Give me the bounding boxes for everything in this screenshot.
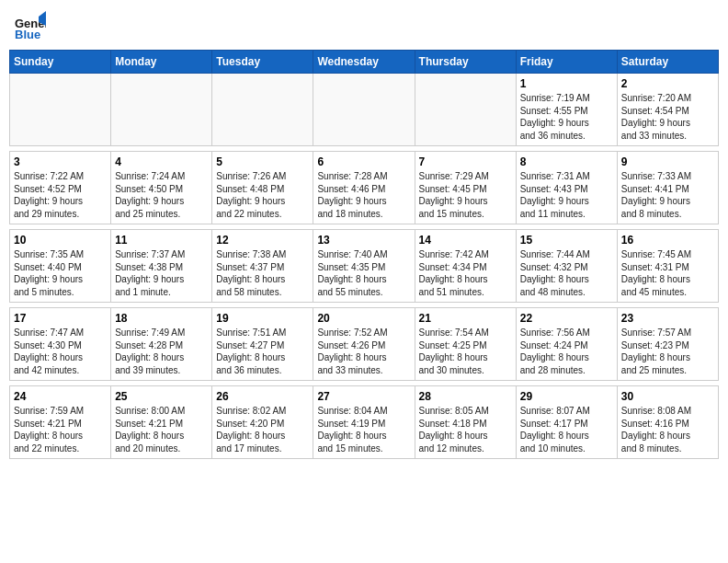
day-info: Sunrise: 8:08 AMSunset: 4:16 PMDaylight:… [621, 405, 714, 454]
day-cell [10, 74, 111, 146]
day-cell: 6Sunrise: 7:28 AMSunset: 4:46 PMDaylight… [313, 152, 415, 224]
day-number: 18 [115, 312, 208, 325]
week-row-3: 10Sunrise: 7:35 AMSunset: 4:40 PMDayligh… [10, 230, 719, 303]
day-number: 30 [621, 390, 714, 403]
day-info: Sunrise: 7:33 AMSunset: 4:41 PMDaylight:… [621, 170, 714, 220]
day-cell: 20Sunrise: 7:52 AMSunset: 4:26 PMDayligh… [313, 308, 415, 381]
day-cell: 27Sunrise: 8:04 AMSunset: 4:19 PMDayligh… [313, 386, 415, 459]
weekday-header-wednesday: Wednesday [313, 51, 415, 74]
weekday-header-saturday: Saturday [617, 51, 718, 74]
day-info: Sunrise: 7:31 AMSunset: 4:43 PMDaylight:… [520, 170, 613, 220]
day-number: 25 [115, 390, 208, 403]
day-cell: 30Sunrise: 8:08 AMSunset: 4:16 PMDayligh… [617, 386, 718, 459]
day-number: 29 [520, 390, 613, 403]
day-cell: 5Sunrise: 7:26 AMSunset: 4:48 PMDaylight… [212, 152, 313, 224]
day-info: Sunrise: 7:22 AMSunset: 4:52 PMDaylight:… [14, 170, 107, 220]
day-cell: 8Sunrise: 7:31 AMSunset: 4:43 PMDaylight… [516, 152, 617, 224]
calendar-table: SundayMondayTuesdayWednesdayThursdayFrid… [9, 50, 719, 459]
day-cell: 16Sunrise: 7:45 AMSunset: 4:31 PMDayligh… [617, 230, 718, 303]
day-info: Sunrise: 7:47 AMSunset: 4:30 PMDaylight:… [14, 327, 107, 376]
day-info: Sunrise: 7:56 AMSunset: 4:24 PMDaylight:… [520, 327, 613, 376]
day-cell: 7Sunrise: 7:29 AMSunset: 4:45 PMDaylight… [415, 152, 516, 224]
day-number: 27 [317, 390, 410, 403]
day-cell: 24Sunrise: 7:59 AMSunset: 4:21 PMDayligh… [10, 386, 111, 459]
day-number: 15 [520, 234, 613, 247]
day-info: Sunrise: 7:42 AMSunset: 4:34 PMDaylight:… [419, 248, 512, 298]
day-number: 16 [621, 234, 714, 247]
day-info: Sunrise: 7:49 AMSunset: 4:28 PMDaylight:… [115, 327, 208, 376]
day-cell: 12Sunrise: 7:38 AMSunset: 4:37 PMDayligh… [212, 230, 313, 303]
day-cell: 3Sunrise: 7:22 AMSunset: 4:52 PMDaylight… [10, 152, 111, 224]
day-cell: 1Sunrise: 7:19 AMSunset: 4:55 PMDaylight… [516, 74, 617, 146]
day-cell: 23Sunrise: 7:57 AMSunset: 4:23 PMDayligh… [617, 308, 718, 381]
day-number: 7 [419, 155, 512, 168]
day-info: Sunrise: 7:28 AMSunset: 4:46 PMDaylight:… [317, 170, 410, 220]
weekday-header-friday: Friday [516, 51, 617, 74]
day-number: 4 [115, 155, 208, 168]
day-cell: 21Sunrise: 7:54 AMSunset: 4:25 PMDayligh… [415, 308, 516, 381]
day-cell: 28Sunrise: 8:05 AMSunset: 4:18 PMDayligh… [415, 386, 516, 459]
day-info: Sunrise: 7:19 AMSunset: 4:55 PMDaylight:… [520, 92, 613, 142]
day-cell: 26Sunrise: 8:02 AMSunset: 4:20 PMDayligh… [212, 386, 313, 459]
day-cell: 29Sunrise: 8:07 AMSunset: 4:17 PMDayligh… [516, 386, 617, 459]
day-number: 23 [621, 312, 714, 325]
day-info: Sunrise: 7:44 AMSunset: 4:32 PMDaylight:… [520, 248, 613, 298]
day-info: Sunrise: 7:52 AMSunset: 4:26 PMDaylight:… [317, 327, 410, 376]
day-cell: 22Sunrise: 7:56 AMSunset: 4:24 PMDayligh… [516, 308, 617, 381]
day-info: Sunrise: 7:54 AMSunset: 4:25 PMDaylight:… [419, 327, 512, 376]
day-info: Sunrise: 8:04 AMSunset: 4:19 PMDaylight:… [317, 405, 410, 454]
day-number: 10 [14, 234, 107, 247]
day-number: 26 [216, 390, 309, 403]
day-cell [313, 74, 415, 146]
page-header: General Blue [9, 9, 719, 42]
day-number: 21 [419, 312, 512, 325]
week-row-2: 3Sunrise: 7:22 AMSunset: 4:52 PMDaylight… [10, 152, 719, 224]
day-number: 5 [216, 155, 309, 168]
day-info: Sunrise: 7:24 AMSunset: 4:50 PMDaylight:… [115, 170, 208, 220]
day-cell: 14Sunrise: 7:42 AMSunset: 4:34 PMDayligh… [415, 230, 516, 303]
logo-icon: General Blue [13, 9, 46, 42]
weekday-header-thursday: Thursday [415, 51, 516, 74]
day-info: Sunrise: 7:38 AMSunset: 4:37 PMDaylight:… [216, 248, 309, 298]
day-number: 6 [317, 155, 410, 168]
day-cell: 10Sunrise: 7:35 AMSunset: 4:40 PMDayligh… [10, 230, 111, 303]
day-info: Sunrise: 7:29 AMSunset: 4:45 PMDaylight:… [419, 170, 512, 220]
day-info: Sunrise: 7:59 AMSunset: 4:21 PMDaylight:… [14, 405, 107, 454]
weekday-header-tuesday: Tuesday [212, 51, 313, 74]
day-number: 14 [419, 234, 512, 247]
week-row-5: 24Sunrise: 7:59 AMSunset: 4:21 PMDayligh… [10, 386, 719, 459]
day-cell: 13Sunrise: 7:40 AMSunset: 4:35 PMDayligh… [313, 230, 415, 303]
day-info: Sunrise: 7:20 AMSunset: 4:54 PMDaylight:… [621, 92, 714, 142]
day-cell: 15Sunrise: 7:44 AMSunset: 4:32 PMDayligh… [516, 230, 617, 303]
day-number: 1 [520, 77, 613, 90]
day-number: 13 [317, 234, 410, 247]
week-row-1: 1Sunrise: 7:19 AMSunset: 4:55 PMDaylight… [10, 74, 719, 146]
day-cell: 9Sunrise: 7:33 AMSunset: 4:41 PMDaylight… [617, 152, 718, 224]
day-cell: 4Sunrise: 7:24 AMSunset: 4:50 PMDaylight… [111, 152, 212, 224]
day-info: Sunrise: 8:02 AMSunset: 4:20 PMDaylight:… [216, 405, 309, 454]
day-cell: 18Sunrise: 7:49 AMSunset: 4:28 PMDayligh… [111, 308, 212, 381]
day-info: Sunrise: 7:26 AMSunset: 4:48 PMDaylight:… [216, 170, 309, 220]
day-number: 8 [520, 155, 613, 168]
weekday-header-sunday: Sunday [10, 51, 111, 74]
day-number: 24 [14, 390, 107, 403]
day-info: Sunrise: 7:45 AMSunset: 4:31 PMDaylight:… [621, 248, 714, 298]
weekday-header-monday: Monday [111, 51, 212, 74]
weekday-header-row: SundayMondayTuesdayWednesdayThursdayFrid… [10, 51, 719, 74]
day-info: Sunrise: 7:37 AMSunset: 4:38 PMDaylight:… [115, 248, 208, 298]
day-number: 20 [317, 312, 410, 325]
svg-text:Blue: Blue [15, 28, 40, 41]
day-cell: 19Sunrise: 7:51 AMSunset: 4:27 PMDayligh… [212, 308, 313, 381]
day-cell: 17Sunrise: 7:47 AMSunset: 4:30 PMDayligh… [10, 308, 111, 381]
day-cell [415, 74, 516, 146]
day-info: Sunrise: 7:35 AMSunset: 4:40 PMDaylight:… [14, 248, 107, 298]
day-info: Sunrise: 8:07 AMSunset: 4:17 PMDaylight:… [520, 405, 613, 454]
day-info: Sunrise: 8:05 AMSunset: 4:18 PMDaylight:… [419, 405, 512, 454]
week-row-4: 17Sunrise: 7:47 AMSunset: 4:30 PMDayligh… [10, 308, 719, 381]
day-info: Sunrise: 8:00 AMSunset: 4:21 PMDaylight:… [115, 405, 208, 454]
day-number: 11 [115, 234, 208, 247]
day-cell [212, 74, 313, 146]
day-number: 12 [216, 234, 309, 247]
day-cell: 11Sunrise: 7:37 AMSunset: 4:38 PMDayligh… [111, 230, 212, 303]
day-cell: 25Sunrise: 8:00 AMSunset: 4:21 PMDayligh… [111, 386, 212, 459]
